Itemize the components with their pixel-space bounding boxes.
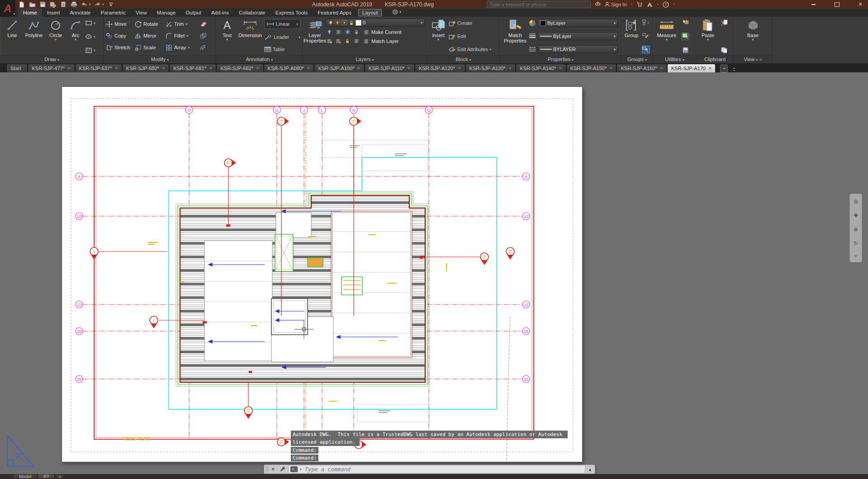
layer-unlock-button[interactable] [344, 38, 351, 44]
fillet-dropdown[interactable]: ▾ [186, 34, 188, 38]
create-block-button[interactable]: Create [449, 19, 496, 27]
customize-qat-button[interactable] [107, 1, 114, 8]
copy-clip-button[interactable] [721, 47, 728, 53]
undo-button[interactable] [81, 1, 88, 8]
pan-icon[interactable]: ✚ [854, 212, 858, 218]
autodesk-dropdown[interactable]: ▾ [657, 2, 659, 6]
table-button[interactable]: Table [264, 45, 300, 53]
layer-dropdown-caret[interactable]: ▾ [421, 21, 422, 25]
open-button[interactable] [28, 1, 36, 8]
app-store-cart-icon[interactable] [636, 2, 643, 7]
rectangle-tool-button[interactable]: ▾ [85, 19, 95, 27]
array-dropdown[interactable]: ▾ [188, 46, 190, 50]
file-tab[interactable]: KSR-SJP-A140*✕ [516, 64, 566, 72]
edit-attributes-dropdown[interactable]: ▾ [489, 47, 491, 52]
text-button[interactable]: A Text ▾ [218, 18, 236, 55]
panel-label-properties[interactable]: Properties ▾ [500, 55, 621, 63]
tab-close-icon[interactable]: ✕ [209, 66, 213, 71]
tab-close-icon[interactable]: ✕ [609, 66, 613, 71]
tab-close-icon[interactable]: ✕ [307, 66, 310, 71]
transfer-button[interactable] [60, 1, 67, 8]
linear-dimension-button[interactable]: Linear▾ [264, 19, 300, 29]
layer-off-button[interactable] [326, 28, 333, 35]
layer-freeze-button[interactable] [344, 28, 351, 35]
help-icon[interactable]: ? [663, 1, 669, 8]
panel-label-view[interactable]: View ▾ » [734, 55, 772, 63]
panel-label-groups[interactable]: Groups ▾ [621, 55, 653, 63]
ribbon-tab[interactable]: Home [18, 9, 42, 17]
match-layer-button[interactable]: Match Layer [363, 38, 399, 44]
model-tab[interactable]: Model [14, 474, 37, 479]
ribbon-tab[interactable]: Add-ins [206, 9, 234, 17]
panel-label-utilities[interactable]: Utilities ▾ [653, 55, 696, 63]
base-dropdown[interactable]: ▾ [752, 38, 754, 42]
tab-close-icon[interactable]: ✕ [357, 66, 361, 71]
cut-button[interactable] [721, 19, 728, 26]
move-button[interactable]: Move [106, 21, 135, 28]
layer-properties-button[interactable]: Layer Properties [305, 18, 325, 55]
tab-overflow-button[interactable]: ⌄⌄ [732, 66, 735, 71]
file-tab[interactable]: KSR-SJP-681*✕ [169, 64, 216, 72]
save-button[interactable] [39, 1, 46, 8]
panel-label-draw[interactable]: Draw ▾ [0, 55, 104, 63]
restore-button[interactable] [832, 1, 842, 8]
circle-button[interactable]: Circle ▾ [45, 18, 66, 55]
ribbon-tab[interactable]: Parametric [96, 9, 131, 17]
dock-customize-wrench-icon[interactable] [277, 466, 287, 473]
file-tab[interactable]: KSR-SJP-A130*✕ [465, 64, 516, 72]
navigation-bar[interactable]: ◎ ✚ ⊕ ↻ ▾ [849, 194, 862, 262]
command-input[interactable] [304, 466, 583, 473]
file-tab[interactable]: Start [6, 64, 28, 72]
trim-button[interactable]: Trim▾ [166, 21, 200, 28]
ribbon-display-toggle[interactable]: ▾ [393, 9, 401, 14]
layer-walk-button[interactable] [353, 38, 360, 44]
recent-commands-dropdown[interactable]: ▾ [300, 468, 302, 471]
erase-button[interactable] [200, 21, 212, 27]
panel-label-modify[interactable]: Modify ▾ [104, 55, 216, 63]
measure-dropdown[interactable]: ▾ [666, 38, 668, 42]
scale-button[interactable]: Scale [135, 44, 166, 51]
arc-dropdown[interactable]: ▾ [75, 38, 76, 42]
help-dropdown[interactable]: ▾ [673, 2, 675, 6]
tab-close-icon[interactable]: ✕ [407, 66, 411, 71]
ribbon-tab[interactable]: Featured Apps [313, 9, 356, 17]
new-tab-button[interactable]: + [720, 65, 728, 72]
tab-close-icon[interactable]: ✕ [67, 66, 71, 71]
circle-dropdown[interactable]: ▾ [55, 38, 57, 42]
layer-isolate-button[interactable] [335, 28, 342, 35]
file-tab[interactable]: KSR-SJP-637*✕ [75, 64, 122, 72]
ribbon-tab[interactable]: Collaborate [234, 9, 270, 17]
tab-close-icon[interactable]: ✕ [162, 66, 166, 71]
close-button[interactable] [855, 1, 865, 8]
lineweight-select[interactable]: ByLayer▾ [538, 32, 618, 40]
file-tab[interactable]: KSR-SJP-680*✕ [122, 64, 169, 72]
file-tab[interactable]: KSR-SJP-A100*✕ [314, 64, 365, 72]
autodesk-app-icon[interactable] [647, 2, 653, 7]
linear-dropdown[interactable]: ▾ [296, 22, 298, 26]
layout-tab-p2[interactable]: P2 [38, 474, 54, 479]
redo-dropdown[interactable]: ▾ [103, 3, 104, 6]
redo-button[interactable] [94, 1, 101, 8]
minimize-button[interactable] [808, 1, 818, 8]
fillet-button[interactable]: Fillet▾ [166, 33, 200, 39]
plot-button[interactable] [70, 1, 77, 8]
ungroup-button[interactable]: ✕ [642, 19, 650, 26]
stretch-button[interactable]: Stretch [106, 44, 135, 51]
command-input-field[interactable]: >_ ▾ [288, 465, 585, 474]
rotate-button[interactable]: Rotate [135, 21, 166, 28]
orbit-icon[interactable]: ↻ [854, 240, 858, 247]
arc-button[interactable]: Arc ▾ [67, 18, 84, 55]
base-button[interactable]: Base ▾ [743, 18, 763, 55]
tab-close-icon[interactable]: ✕ [458, 66, 461, 71]
group-button[interactable]: Group [623, 18, 640, 55]
explode-button[interactable] [200, 33, 212, 39]
match-properties-button[interactable]: Match Properties [502, 18, 528, 55]
file-tab[interactable]: KSR-SJP-682*✕ [216, 64, 263, 72]
panel-label-layers[interactable]: Layers ▾ [303, 55, 427, 63]
insert-dropdown[interactable]: ▾ [437, 38, 439, 42]
layout-paper[interactable]: DGJLNQ881313222226263030 [62, 87, 582, 462]
new-drawing-button[interactable] [18, 1, 25, 8]
undo-dropdown[interactable]: ▾ [89, 3, 91, 6]
tab-close-icon[interactable]: ✕ [559, 66, 562, 71]
edit-block-button[interactable]: Edit [449, 32, 496, 40]
